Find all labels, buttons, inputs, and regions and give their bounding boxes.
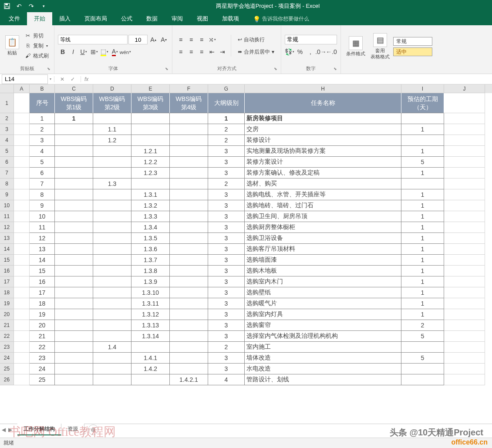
cell[interactable]: 装修方案确认、修改及定稿 [245, 168, 401, 179]
cell[interactable] [93, 157, 131, 168]
fill-color-button[interactable]: ⬚▾ [100, 47, 109, 57]
row-header[interactable]: 5 [0, 146, 14, 157]
cell[interactable]: 3 [208, 320, 245, 331]
cell[interactable] [170, 200, 208, 211]
enter-formula-icon[interactable]: ✓ [68, 76, 77, 82]
cell[interactable]: 15 [30, 266, 55, 276]
cell[interactable] [14, 233, 30, 244]
cell[interactable]: 1.3 [93, 179, 131, 189]
cell[interactable] [131, 179, 170, 189]
cell[interactable]: 3 [208, 309, 245, 320]
cell[interactable] [14, 298, 30, 309]
column-header[interactable]: E [131, 84, 170, 93]
row-header[interactable]: 20 [0, 309, 14, 320]
tab-layout[interactable]: 页面布局 [78, 12, 114, 25]
cell[interactable]: 1 [401, 298, 444, 309]
cell[interactable] [170, 244, 208, 255]
cell[interactable]: 1.4.2.1 [170, 374, 208, 385]
cell[interactable]: 3 [208, 276, 245, 287]
cell[interactable]: 3 [208, 157, 245, 168]
cell[interactable]: 19 [30, 309, 55, 320]
font-name-select[interactable] [58, 35, 128, 44]
cell[interactable]: 25 [30, 374, 55, 385]
dialog-launcher-icon[interactable]: ⬊ [47, 67, 52, 72]
cell[interactable]: 1 [401, 266, 444, 276]
cell[interactable]: 装修设计 [245, 135, 401, 146]
row-header[interactable]: 14 [0, 244, 14, 255]
cell[interactable] [170, 189, 208, 200]
cell[interactable] [131, 124, 170, 135]
decrease-indent-button[interactable]: ⇤ [207, 47, 217, 57]
cell[interactable] [14, 331, 30, 342]
cell[interactable] [444, 179, 485, 189]
cell[interactable] [55, 189, 93, 200]
cell[interactable]: 1.3.10 [131, 287, 170, 298]
cell[interactable] [55, 276, 93, 287]
cell[interactable] [55, 287, 93, 298]
cell[interactable] [55, 364, 93, 374]
cell[interactable] [131, 113, 170, 124]
cell[interactable]: 1.4 [93, 342, 131, 353]
cell[interactable] [444, 244, 485, 255]
cell[interactable]: 5 [401, 331, 444, 342]
cell[interactable] [55, 255, 93, 266]
cell[interactable]: 3 [208, 168, 245, 179]
cell[interactable] [444, 222, 485, 233]
cell[interactable] [170, 113, 208, 124]
cell[interactable]: 1.3.11 [131, 298, 170, 309]
cell[interactable] [55, 374, 93, 385]
cell[interactable] [93, 364, 131, 374]
redo-icon[interactable]: ↷ [28, 3, 35, 10]
cell[interactable] [444, 287, 485, 298]
cell[interactable]: 3 [208, 298, 245, 309]
row-header[interactable]: 6 [0, 157, 14, 168]
cell[interactable]: 选购木地板 [245, 266, 401, 276]
row-header[interactable]: 8 [0, 179, 14, 189]
increase-font-button[interactable]: A▴ [148, 35, 158, 44]
select-all-corner[interactable] [0, 84, 14, 93]
cell[interactable] [131, 374, 170, 385]
cell[interactable] [55, 266, 93, 276]
cell[interactable]: 3 [208, 222, 245, 233]
cell[interactable]: 1.4.1 [131, 353, 170, 364]
cell[interactable]: 3 [208, 200, 245, 211]
cell[interactable]: 交房 [245, 124, 401, 135]
cell[interactable] [170, 342, 208, 353]
cell[interactable]: 选购壁纸 [245, 287, 401, 298]
cell[interactable]: 1 [401, 168, 444, 179]
tab-formulas[interactable]: 公式 [114, 12, 139, 25]
cell[interactable] [444, 157, 485, 168]
row-header[interactable]: 12 [0, 222, 14, 233]
cell[interactable]: 10 [30, 211, 55, 222]
cell[interactable]: 3 [208, 287, 245, 298]
cell[interactable] [444, 374, 485, 385]
cell[interactable]: 室内施工 [245, 342, 401, 353]
cell[interactable] [170, 124, 208, 135]
cell[interactable] [444, 342, 485, 353]
cell[interactable] [93, 374, 131, 385]
tell-me-search[interactable]: 💡 告诉我你想要做什么 [249, 13, 313, 25]
cell[interactable]: 墙体改造 [245, 353, 401, 364]
cell[interactable]: 18 [30, 298, 55, 309]
cell[interactable]: 11 [30, 222, 55, 233]
cell[interactable] [14, 374, 30, 385]
cell[interactable] [401, 342, 444, 353]
cell[interactable]: 3 [208, 266, 245, 276]
cell[interactable]: 1.3.4 [131, 222, 170, 233]
sheet-nav-next-icon[interactable]: ▶ [8, 427, 12, 433]
cell[interactable] [170, 135, 208, 146]
cell[interactable] [14, 244, 30, 255]
cell[interactable]: 选购地砖、墙砖、过门石 [245, 200, 401, 211]
row-header[interactable]: 21 [0, 320, 14, 331]
sheet-tab-resources[interactable]: 资源 [61, 424, 84, 435]
cell[interactable]: 选购卫浴设备 [245, 233, 401, 244]
cell[interactable]: 3 [208, 331, 245, 342]
fx-icon[interactable]: fx [81, 76, 92, 82]
cell-style-good[interactable]: 适中 [393, 47, 432, 56]
cell[interactable]: 3 [30, 135, 55, 146]
cell[interactable]: 新房装修项目 [245, 113, 401, 124]
cell[interactable]: 3 [208, 255, 245, 266]
cell[interactable]: 17 [30, 287, 55, 298]
cell[interactable]: 选材、购买 [245, 179, 401, 189]
cell[interactable] [170, 298, 208, 309]
